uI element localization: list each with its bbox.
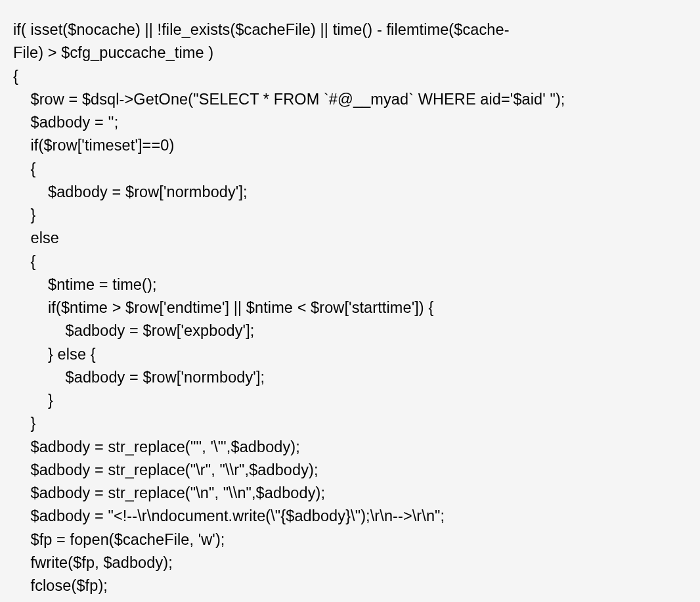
code-line: if($row['timeset']==0) <box>13 134 687 157</box>
code-line: } <box>13 412 687 435</box>
code-line: $adbody = $row['normbody']; <box>13 366 687 389</box>
code-line: $adbody = "<!--\r\ndocument.write(\"{$ad… <box>13 505 687 528</box>
code-line: fwrite($fp, $adbody); <box>13 551 687 574</box>
code-line: $adbody = ''; <box>13 111 687 134</box>
code-line: File) > $cfg_puccache_time ) <box>13 41 687 64</box>
code-line: if($ntime > $row['endtime'] || $ntime < … <box>13 296 687 319</box>
code-line: if( isset($nocache) || !file_exists($cac… <box>13 18 687 41</box>
code-line: { <box>13 250 687 273</box>
code-line: $fp = fopen($cacheFile, 'w'); <box>13 528 687 551</box>
code-line: $adbody = str_replace('"', '\"',$adbody)… <box>13 436 687 459</box>
code-line: $adbody = str_replace("\n", "\\n",$adbod… <box>13 482 687 505</box>
code-line: $adbody = $row['expbody']; <box>13 319 687 342</box>
code-line: $adbody = str_replace("\r", "\\r",$adbod… <box>13 459 687 482</box>
code-line: fclose($fp); <box>13 574 687 597</box>
code-line: else <box>13 227 687 250</box>
code-line: $adbody = $row['normbody']; <box>13 181 687 204</box>
code-line: } <box>13 204 687 227</box>
code-block: if( isset($nocache) || !file_exists($cac… <box>0 0 700 602</box>
code-line: { <box>13 65 687 88</box>
code-line: $row = $dsql->GetOne("SELECT * FROM `#@_… <box>13 88 687 111</box>
code-line: { <box>13 158 687 181</box>
code-line: } <box>13 389 687 412</box>
code-line: $ntime = time(); <box>13 273 687 296</box>
code-line: } else { <box>13 343 687 366</box>
